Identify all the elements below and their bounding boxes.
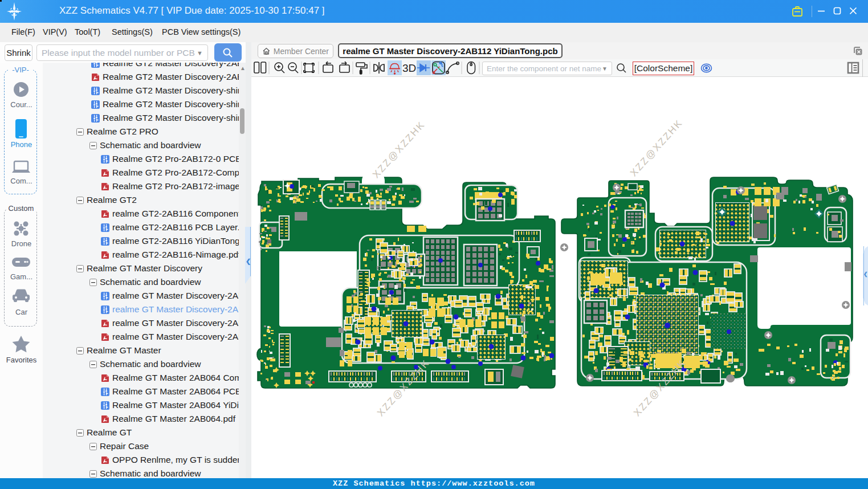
svg-text:XZZ@XZZHK: XZZ@XZZHK [628,117,684,179]
svg-text:XZZ@XZZHK: XZZ@XZZHK [370,119,427,181]
svg-text:3D: 3D [402,62,416,74]
